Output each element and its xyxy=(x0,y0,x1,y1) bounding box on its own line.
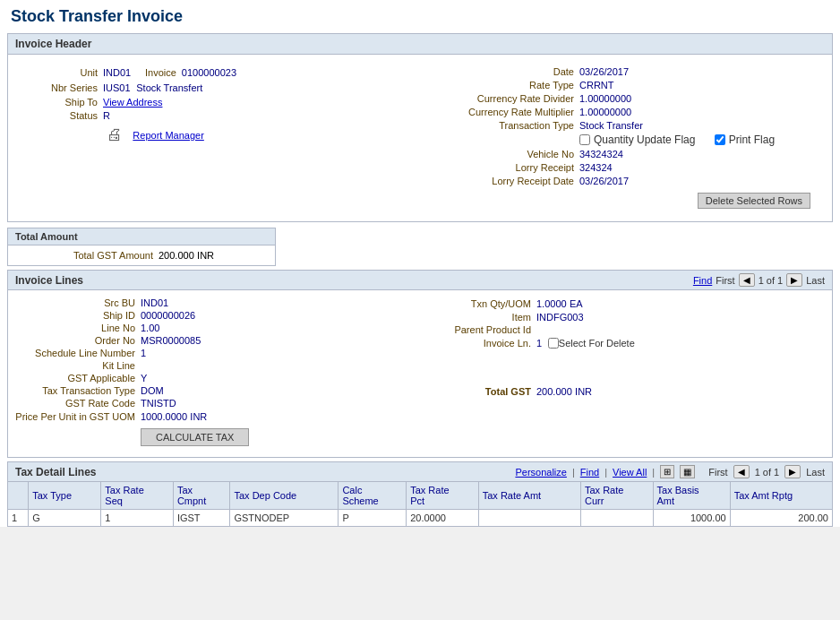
find-link[interactable]: Find xyxy=(693,275,712,286)
gst-rate-code-row: GST Rate Code TNISTD xyxy=(15,398,420,409)
gst-rate-code-label: GST Rate Code xyxy=(15,398,141,409)
line-no-value: 1.00 xyxy=(141,323,159,333)
col-tax-rate-seq: Tax RateSeq xyxy=(101,482,174,510)
total-gst-currency: INR xyxy=(197,250,214,261)
price-per-unit-currency: INR xyxy=(190,411,207,422)
invoice-lines-content: Src BU IND01 Ship ID 0000000026 Line No … xyxy=(7,289,833,458)
find-tax-link[interactable]: Find xyxy=(580,467,599,478)
quantity-update-flag-row: Quantity Update Flag Print Flag xyxy=(579,133,775,146)
invoice-value: 0100000023 xyxy=(182,67,236,78)
select-for-delete-label: Select For Delete xyxy=(559,338,635,349)
first-label: First xyxy=(716,275,734,286)
nbr-series-label: Nbr Series xyxy=(22,82,103,93)
next-tax-button[interactable]: ▶ xyxy=(784,465,801,478)
unit-label: Unit xyxy=(22,67,103,78)
tax-rate-pct-cell: 20.0000 xyxy=(407,510,479,527)
tax-amt-rptg-cell: 200.00 xyxy=(730,510,832,527)
date-row: Date 03/26/2017 xyxy=(427,66,818,77)
view-address-link[interactable]: View Address xyxy=(103,97,162,108)
delete-btn-row: Delete Selected Rows xyxy=(427,189,818,212)
report-manager-link[interactable]: Report Manager xyxy=(133,130,204,141)
total-gst-il-row: Total GST 200.000 INR xyxy=(420,385,825,398)
rate-type-label: Rate Type xyxy=(427,80,579,90)
quantity-update-flag-label: Quantity Update Flag xyxy=(594,133,695,146)
invoice-ln-label: Invoice Ln. xyxy=(420,338,536,349)
unit-row: Unit IND01 Invoice 0100000023 xyxy=(22,66,413,79)
total-amount-box: Total Amount Total GST Amount 200.000 IN… xyxy=(7,228,276,266)
col-tax-cmpnt: TaxCmpnt xyxy=(173,482,230,510)
col-tax-dep-code: Tax Dep Code xyxy=(230,482,339,510)
next-page-button[interactable]: ▶ xyxy=(786,273,802,287)
kit-line-label: Kit Line xyxy=(15,360,141,371)
gst-applicable-row: GST Applicable Y xyxy=(15,373,420,383)
tax-detail-bar: Tax Detail Lines Personalize | Find | Vi… xyxy=(7,461,833,481)
unit-value: IND01 xyxy=(103,67,131,78)
kit-line-row: Kit Line xyxy=(15,360,420,371)
price-per-unit-value: 1000.0000 xyxy=(141,411,187,422)
view-all-link[interactable]: View All xyxy=(613,467,647,478)
tax-detail-title: Tax Detail Lines xyxy=(15,466,96,478)
report-manager-icon: 🖨 xyxy=(107,125,123,144)
col-tax-type xyxy=(8,482,29,510)
tax-type-cell: G xyxy=(29,510,101,527)
item-label: Item xyxy=(420,312,536,323)
txn-qty-row: Txn Qty/UOM 1.0000 EA xyxy=(420,297,825,310)
ship-id-label: Ship ID xyxy=(15,310,141,321)
tax-tools: Personalize | Find | View All | ⊞ ▦ Firs… xyxy=(515,465,825,478)
parent-product-row: Parent Product Id xyxy=(420,324,825,335)
total-gst-il-label: Total GST xyxy=(420,386,536,397)
quantity-update-flag-checkbox[interactable] xyxy=(579,134,590,145)
tax-transaction-type-row: Tax Transaction Type DOM xyxy=(15,385,420,396)
currency-multiplier-value: 1.00000000 xyxy=(579,107,631,117)
lorry-receipt-value: 324324 xyxy=(579,162,613,173)
flags-row: Quantity Update Flag Print Flag xyxy=(427,133,818,146)
rate-type-row: Rate Type CRRNT xyxy=(427,80,818,90)
tax-detail-table: Tax Type Tax RateSeq TaxCmpnt Tax Dep Co… xyxy=(7,481,833,527)
grid-icon-button[interactable]: ⊞ xyxy=(660,465,674,478)
order-no-value: MSR0000085 xyxy=(141,335,201,346)
table-icon-button[interactable]: ▦ xyxy=(680,465,695,478)
total-area: Total Amount Total GST Amount 200.000 IN… xyxy=(7,228,833,266)
status-row: Status R xyxy=(22,110,413,121)
lorry-receipt-date-label: Lorry Receipt Date xyxy=(427,176,579,186)
invoice-header-section: Invoice Header Unit IND01 Invoice 010000… xyxy=(7,33,833,222)
tax-dep-code-cell: GSTNODEP xyxy=(230,510,339,527)
calc-scheme-cell: P xyxy=(339,510,407,527)
currency-divider-label: Currency Rate Divider xyxy=(427,93,579,104)
prev-page-button[interactable]: ◀ xyxy=(739,273,755,287)
date-value: 03/26/2017 xyxy=(579,66,629,77)
gst-applicable-value: Y xyxy=(141,373,147,383)
order-no-label: Order No xyxy=(15,335,141,346)
status-value: R xyxy=(103,110,110,121)
il-two-col: Src BU IND01 Ship ID 0000000026 Line No … xyxy=(15,296,825,452)
line-no-label: Line No xyxy=(15,323,141,333)
txn-qty-value: 1.0000 xyxy=(536,298,567,309)
lorry-receipt-label: Lorry Receipt xyxy=(427,162,579,173)
tax-rate-seq-cell: 1 xyxy=(101,510,174,527)
vehicle-no-value: 34324324 xyxy=(579,149,623,159)
personalize-link[interactable]: Personalize xyxy=(515,467,566,478)
invoice-lines-bar: Invoice Lines Find First ◀ 1 of 1 ▶ Last xyxy=(7,270,833,289)
print-flag-label: Print Flag xyxy=(729,133,775,146)
select-for-delete-checkbox[interactable] xyxy=(548,338,559,349)
il-right: Txn Qty/UOM 1.0000 EA Item INDFG003 Pare… xyxy=(420,296,825,452)
txn-qty-label: Txn Qty/UOM xyxy=(420,298,536,309)
ship-to-row: Ship To View Address xyxy=(22,97,413,108)
col-tax-rate-amt: Tax Rate Amt xyxy=(478,482,580,510)
invoice-ln-row: Invoice Ln. 1 Select For Delete xyxy=(420,337,825,349)
col-tax-rate-curr: Tax RateCurr xyxy=(581,482,654,510)
item-value: INDFG003 xyxy=(536,312,584,323)
delete-selected-rows-button[interactable]: Delete Selected Rows xyxy=(698,193,810,209)
txn-qty-unit: EA xyxy=(570,298,583,309)
total-gst-il-value: 200.000 xyxy=(536,386,572,397)
calculate-tax-button[interactable]: CALCULATE TAX xyxy=(141,428,249,446)
col-tax-rate-pct: Tax RatePct xyxy=(407,482,479,510)
header-left-col: Unit IND01 Invoice 0100000023 Nbr Series… xyxy=(15,60,420,216)
src-bu-row: Src BU IND01 xyxy=(15,297,420,308)
total-gst-il-currency: INR xyxy=(575,386,592,397)
tax-rate-curr-cell xyxy=(581,510,654,527)
print-flag-checkbox[interactable] xyxy=(715,134,725,145)
vehicle-no-row: Vehicle No 34324324 xyxy=(427,149,818,159)
prev-tax-button[interactable]: ◀ xyxy=(733,465,750,478)
parent-product-label: Parent Product Id xyxy=(420,324,536,335)
